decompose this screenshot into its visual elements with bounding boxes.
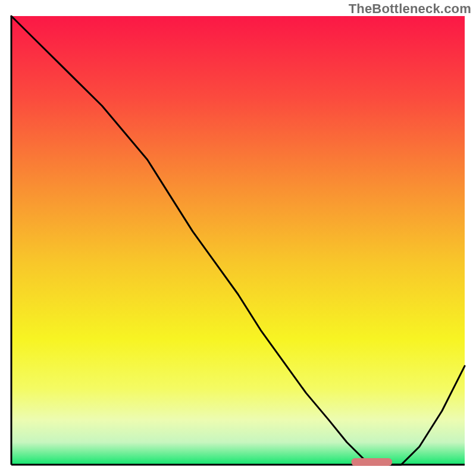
flat-segment-marker <box>352 458 393 466</box>
bottleneck-chart <box>0 0 476 476</box>
chart-frame: TheBottleneck.com <box>0 0 476 476</box>
